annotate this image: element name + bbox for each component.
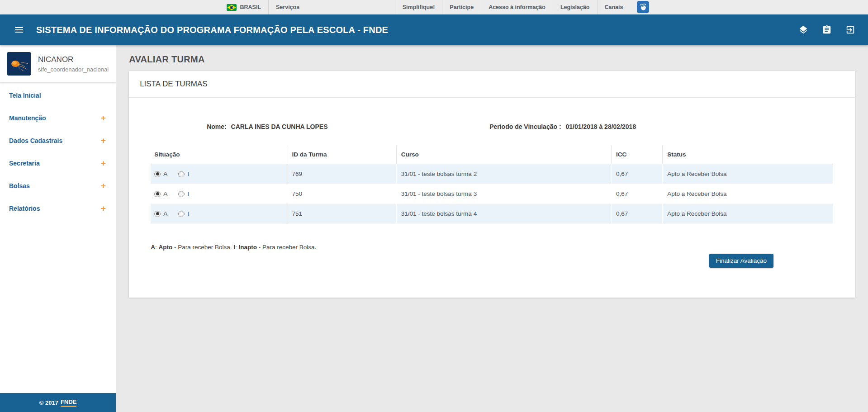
radio-inapto-label: I [187,190,189,197]
radio-inapto-option[interactable]: I [178,170,189,177]
servicos-link[interactable]: Serviços [268,0,307,14]
id-turma-cell: 769 [287,164,396,184]
sidebar-item-dados-cadastrais[interactable]: Dados Cadastrais + [0,132,116,150]
appbar-actions [798,25,855,35]
expand-plus-icon[interactable]: + [101,115,106,121]
user-avatar [7,52,31,76]
participe-link[interactable]: Participe [442,0,481,14]
icc-cell: 0,67 [612,204,663,224]
expand-plus-icon[interactable]: + [101,205,106,212]
radio-inapto[interactable] [178,211,185,217]
brasil-link[interactable]: BRASIL [219,0,269,14]
periodo-field: Periodo de Vinculação : 01/01/2018 à 28/… [489,123,636,130]
header-icc: ICC [612,145,663,164]
header-curso: Curso [396,145,611,164]
sidebar-item-secretaria[interactable]: Secretaria + [0,154,116,172]
radio-inapto-option[interactable]: I [178,210,189,217]
expand-plus-icon[interactable]: + [101,137,106,144]
main-content: AVALIAR TURMA LISTA DE TURMAS Nome: CARL… [116,45,868,412]
situacao-cell: A I [151,204,287,224]
radio-apto[interactable] [154,211,161,217]
servicos-label: Serviços [276,4,299,10]
user-role: sife_coordenador_nacional [38,66,109,73]
curso-cell: 31/01 - teste bolsas turma 4 [396,204,611,224]
id-turma-cell: 750 [287,184,396,204]
legend-i-label: Inapto [238,244,257,251]
vlibras-accessibility-button[interactable] [637,1,649,13]
radio-apto-label: A [163,170,167,177]
copyright-text: © 2017 [39,399,58,406]
radio-apto-option[interactable]: A [154,190,167,197]
radio-apto[interactable] [154,191,161,197]
radio-inapto[interactable] [178,171,185,177]
vlibras-hands-icon [639,3,647,11]
legislacao-link[interactable]: Legislação [553,0,597,14]
sidebar-item-relatorios[interactable]: Relatórios + [0,199,116,218]
acesso-informacao-link[interactable]: Acesso à informação [481,0,553,14]
sidebar-item-manutencao[interactable]: Manutenção + [0,109,116,127]
legend-text: A: Apto - Para receber Bolsa. I: Inapto … [151,244,833,251]
sidebar-item-bolsas[interactable]: Bolsas + [0,177,116,195]
expand-plus-icon[interactable]: + [101,183,106,189]
radio-apto[interactable] [154,171,161,177]
finalizar-avaliacao-button[interactable]: Finalizar Avaliação [709,254,773,268]
legend-i-text: - Para receber Bolsa. [257,244,316,251]
curso-cell: 31/01 - teste bolsas turma 3 [396,184,611,204]
simplifique-label: Simplifique! [403,4,435,10]
legislacao-label: Legislação [560,4,590,10]
layers-button[interactable] [798,25,808,35]
gov-topbar: BRASIL Serviços Simplifique! Participe A… [0,0,868,14]
user-panel: NICANOR sife_coordenador_nacional [0,45,116,83]
radio-apto-option[interactable]: A [154,210,167,217]
layers-icon [798,25,808,35]
logout-button[interactable] [845,25,855,35]
radio-inapto-label: I [187,170,189,177]
menu-toggle-button[interactable] [14,24,24,35]
button-row: Finalizar Avaliação [151,254,833,268]
simplifique-link[interactable]: Simplifique! [395,0,442,14]
sidebar: NICANOR sife_coordenador_nacional Tela I… [0,45,116,412]
radio-apto-option[interactable]: A [154,170,167,177]
legend-a-text: - Para receber Bolsa. [172,244,233,251]
lista-turmas-card: LISTA DE TURMAS Nome: CARLA INES DA CUNH… [129,71,855,298]
brasil-label: BRASIL [240,4,261,10]
situacao-cell: A I [151,164,287,184]
status-cell: Apto a Receber Bolsa [663,164,833,184]
acesso-informacao-label: Acesso à informação [489,4,545,10]
card-body: Nome: CARLA INES DA CUNHA LOPES Periodo … [129,123,855,298]
periodo-value: 01/01/2018 à 28/02/2018 [565,123,636,130]
icc-cell: 0,67 [612,164,663,184]
sidebar-item-tela-inicial[interactable]: Tela Inicial [0,86,116,104]
curso-cell: 31/01 - teste bolsas turma 2 [396,164,611,184]
user-info: NICANOR sife_coordenador_nacional [38,55,109,73]
status-cell: Apto a Receber Bolsa [663,204,833,224]
radio-inapto-option[interactable]: I [178,190,189,197]
brazil-flag-icon [227,4,237,11]
table-row: A I 750 31/01 - teste bolsas turma 3 [151,184,833,204]
page-shell: NICANOR sife_coordenador_nacional Tela I… [0,45,868,412]
turmas-table: Sítuação ID da Turma Curso ICC Status [151,145,833,224]
table-row: A I 751 31/01 - teste bolsas turma 4 [151,204,833,224]
radio-apto-label: A [163,210,167,217]
canais-link[interactable]: Canais [597,0,631,14]
table-row: A I 769 31/01 - teste bolsas turma 2 [151,164,833,184]
fnde-footer-link[interactable]: FNDE [61,398,76,407]
id-turma-cell: 751 [287,204,396,224]
situacao-cell: A I [151,184,287,204]
periodo-label: Periodo de Vinculação : [489,123,561,130]
assignment-button[interactable] [822,25,832,35]
header-id-turma: ID da Turma [287,145,396,164]
gov-topbar-inner: BRASIL Serviços Simplifique! Participe A… [219,0,649,14]
expand-plus-icon[interactable]: + [101,160,106,166]
gov-topbar-right: Simplifique! Participe Acesso à informaç… [395,0,649,14]
sidebar-item-label: Bolsas [9,182,30,189]
radio-inapto[interactable] [178,191,185,197]
gov-topbar-left: BRASIL Serviços [219,0,307,14]
legend-a-label: Apto [158,244,172,251]
nome-value: CARLA INES DA CUNHA LOPES [231,123,328,130]
sidebar-item-label: Relatórios [9,205,40,212]
page-title: AVALIAR TURMA [129,54,855,65]
app-title: SISTEMA DE INFORMAÇÃO DO PROGRAMA FORMAÇ… [36,25,388,35]
status-cell: Apto a Receber Bolsa [663,184,833,204]
sidebar-item-label: Tela Inicial [9,92,41,99]
